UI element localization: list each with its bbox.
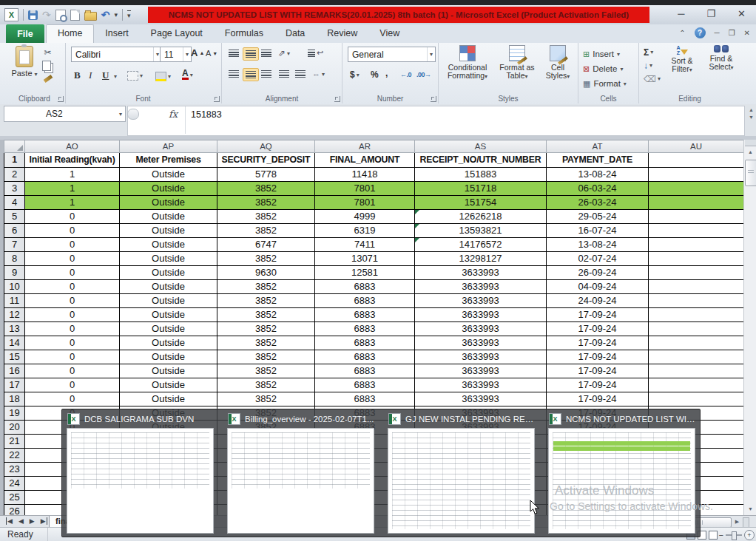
scroll-down-icon[interactable]: ▼ xyxy=(745,503,756,514)
tab-view[interactable]: View xyxy=(368,24,411,43)
cell[interactable]: 0 xyxy=(25,364,120,378)
tab-insert[interactable]: Insert xyxy=(94,24,139,43)
cell[interactable] xyxy=(649,196,744,210)
row-header[interactable]: 6 xyxy=(4,224,25,238)
help-icon[interactable]: ? xyxy=(695,27,706,38)
cell[interactable]: 3852 xyxy=(217,364,315,378)
cell[interactable]: 6883 xyxy=(315,378,415,392)
workbook-restore-icon[interactable]: ❐ xyxy=(729,29,735,37)
cell[interactable]: 3633993 xyxy=(415,266,547,280)
cell[interactable]: Outside xyxy=(120,196,217,210)
cell[interactable]: 17-09-24 xyxy=(547,336,649,350)
cell[interactable] xyxy=(649,210,744,224)
preview-thumbnail[interactable] xyxy=(67,428,214,534)
cell[interactable]: 14176572 xyxy=(415,238,547,252)
customize-qat-icon[interactable]: ▾ xyxy=(127,10,131,19)
cell[interactable]: 3852 xyxy=(217,224,315,238)
undo-icon[interactable]: ↶ xyxy=(101,10,110,20)
cell[interactable]: 6883 xyxy=(315,392,415,406)
cell[interactable]: 3852 xyxy=(217,182,315,196)
cell[interactable]: 3852 xyxy=(217,308,315,322)
cell[interactable]: Outside xyxy=(120,252,217,266)
underline-button[interactable]: U xyxy=(102,69,109,81)
cell[interactable]: 13593821 xyxy=(415,224,547,238)
cell[interactable] xyxy=(649,350,744,364)
last-sheet-icon[interactable]: ▶ xyxy=(41,517,47,525)
vertical-scrollbar[interactable]: ▲ ▼ xyxy=(743,140,756,515)
format-cells-button[interactable]: ▦Format▾ xyxy=(583,77,635,90)
column-header[interactable]: AR xyxy=(315,140,415,153)
cell[interactable]: 0 xyxy=(25,210,120,224)
decrease-indent-button[interactable] xyxy=(277,68,291,80)
chevron-down-icon[interactable]: ▾ xyxy=(119,111,122,118)
formula-scroll-down-icon[interactable]: ▼ xyxy=(749,115,754,120)
row-header[interactable]: 26 xyxy=(4,505,25,516)
cell[interactable]: 0 xyxy=(25,266,120,280)
cell[interactable]: 0 xyxy=(25,238,120,252)
cell[interactable]: 3633993 xyxy=(415,294,547,308)
cell[interactable]: 7411 xyxy=(315,238,415,252)
cell[interactable] xyxy=(649,392,744,406)
cell[interactable]: 13-08-24 xyxy=(547,168,649,182)
cell[interactable]: 26-03-24 xyxy=(547,196,649,210)
column-header[interactable]: AU xyxy=(649,140,744,153)
tab-data[interactable]: Data xyxy=(274,24,316,43)
row-header[interactable]: 20 xyxy=(4,421,25,435)
increase-decimal-button[interactable]: ←.0 xyxy=(400,71,411,78)
cell[interactable]: Outside xyxy=(120,336,217,350)
row-header[interactable]: 14 xyxy=(4,336,25,350)
insert-function-icon[interactable]: fx xyxy=(169,109,178,120)
cell-styles-button[interactable]: Cell Styles▾ xyxy=(541,45,575,81)
cell[interactable]: 24-09-24 xyxy=(547,294,649,308)
header-cell[interactable]: Initial Reading(kvah) xyxy=(25,153,120,168)
row-header[interactable]: 4 xyxy=(4,196,25,210)
fill-button[interactable]: ↓▾ xyxy=(644,60,661,71)
tab-page-layout[interactable]: Page Layout xyxy=(140,24,214,43)
cell[interactable]: Outside xyxy=(120,364,217,378)
row-header[interactable]: 10 xyxy=(4,280,25,294)
font-color-button[interactable]: A▾ xyxy=(182,69,193,80)
preview-thumbnail[interactable] xyxy=(388,428,535,534)
clear-button[interactable]: ⌫▾ xyxy=(644,73,661,84)
cell[interactable] xyxy=(649,308,744,322)
row-header[interactable]: 11 xyxy=(4,294,25,308)
underline-dropdown-icon[interactable]: ▾ xyxy=(114,73,117,80)
copy-icon[interactable] xyxy=(42,61,51,71)
increase-indent-button[interactable] xyxy=(293,68,308,80)
preview-thumbnail[interactable] xyxy=(227,428,374,534)
header-cell[interactable]: FINAL_AMOUNT xyxy=(315,153,415,168)
row-header[interactable]: 5 xyxy=(4,210,25,224)
borders-button[interactable]: ▾ xyxy=(127,71,143,81)
save-icon[interactable] xyxy=(28,10,38,20)
cell[interactable]: 0 xyxy=(25,308,120,322)
namebox-splitter[interactable] xyxy=(127,109,139,120)
zoom-slider-thumb[interactable] xyxy=(732,531,737,540)
cell[interactable]: 0 xyxy=(25,350,120,364)
cell[interactable]: Outside xyxy=(120,392,217,406)
zoom-in-icon[interactable]: + xyxy=(744,530,755,540)
minimize-button[interactable]: ─ xyxy=(678,7,684,21)
cell[interactable]: 17-09-24 xyxy=(547,378,649,392)
previous-sheet-icon[interactable]: ◀ xyxy=(18,517,24,525)
undo-dropdown-icon[interactable]: ▾ xyxy=(114,11,118,18)
currency-button[interactable]: $▾ xyxy=(350,69,360,80)
column-header[interactable]: AO xyxy=(25,140,120,153)
cell[interactable]: 1 xyxy=(25,182,120,196)
row-header[interactable]: 1 xyxy=(4,153,25,168)
cell[interactable]: Outside xyxy=(120,210,217,224)
cell[interactable]: 3633993 xyxy=(415,308,547,322)
cell[interactable]: 17-09-24 xyxy=(547,322,649,336)
percent-button[interactable]: % xyxy=(371,69,379,80)
sort-filter-button[interactable]: AZ Sort & Filter▾ xyxy=(663,45,701,75)
row-header[interactable]: 19 xyxy=(4,406,25,421)
top-align-button[interactable] xyxy=(226,47,241,59)
cell[interactable]: Outside xyxy=(120,238,217,252)
cell[interactable]: Outside xyxy=(120,182,217,196)
cell[interactable]: 3852 xyxy=(217,196,315,210)
find-select-button[interactable]: Find & Select▾ xyxy=(704,45,738,72)
open-icon[interactable] xyxy=(84,12,97,21)
header-cell[interactable]: SECURITY_DEPOSIT xyxy=(217,153,315,168)
row-header[interactable]: 3 xyxy=(4,182,25,196)
cell[interactable]: 0 xyxy=(25,392,120,406)
cell[interactable] xyxy=(649,252,744,266)
